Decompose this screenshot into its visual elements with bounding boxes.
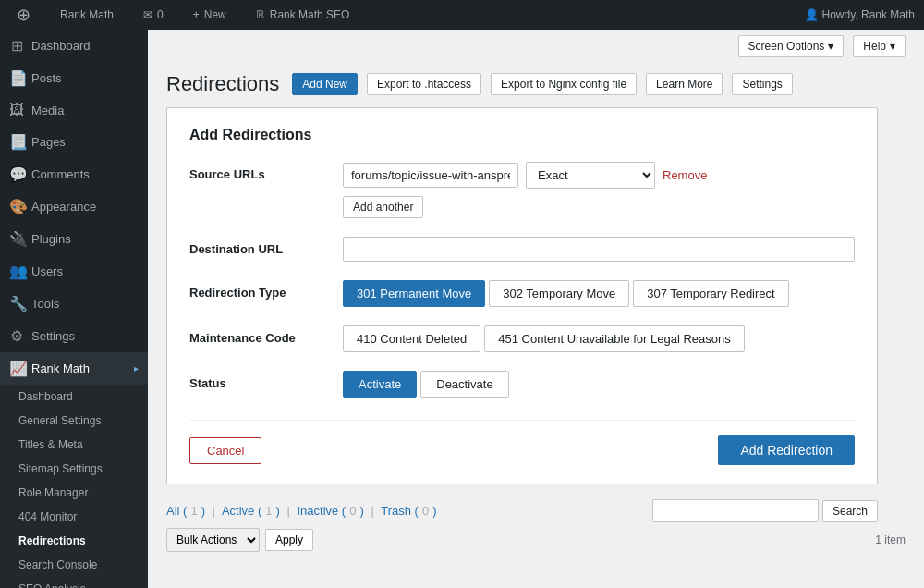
sidebar-item-comments[interactable]: 💬 Comments — [0, 158, 148, 190]
tools-icon: 🔧 — [9, 295, 24, 312]
adminbar-rankmathseo[interactable]: ℝ Rank Math SEO — [249, 0, 358, 30]
destination-url-row: Destination URL — [189, 237, 855, 262]
rankmenu-item-dashboard[interactable]: Dashboard — [0, 385, 148, 409]
rankmenu: Dashboard General Settings Titles & Meta… — [0, 385, 148, 588]
bulk-actions-row: Bulk Actions Apply 1 item — [166, 528, 906, 552]
screen-options-bar: Screen Options ▾ Help ▾ — [148, 30, 924, 63]
add-redirection-button[interactable]: Add Redirection — [718, 435, 855, 465]
adminbar-howdy: 👤 Howdy, Rank Math — [805, 8, 915, 21]
search-input[interactable] — [652, 499, 819, 522]
destination-url-input[interactable] — [343, 237, 855, 262]
adminbar-wp-logo[interactable] — [9, 0, 38, 30]
status-field: Activate Deactivate — [343, 371, 855, 398]
filter-row: All (1) | Active (1) | Inactive (0) | Tr… — [166, 499, 878, 522]
filter-active[interactable]: Active (1) — [222, 504, 280, 518]
chevron-icon: ▸ — [134, 363, 139, 374]
sidebar-item-settings[interactable]: ⚙ Settings — [0, 320, 148, 352]
appearance-icon: 🎨 — [9, 198, 24, 215]
search-button[interactable]: Search — [822, 500, 878, 522]
btn-451[interactable]: 451 Content Unavailable for Legal Reason… — [484, 325, 745, 352]
form-title: Add Redirections — [189, 127, 855, 143]
filter-links: All (1) | Active (1) | Inactive (0) | Tr… — [166, 504, 436, 518]
sidebar-item-appearance[interactable]: 🎨 Appearance — [0, 190, 148, 223]
rankmenu-item-sitemap[interactable]: Sitemap Settings — [0, 457, 148, 481]
sidebar-item-posts[interactable]: 📄 Posts — [0, 62, 148, 94]
items-count: 1 item — [875, 533, 906, 546]
cancel-button[interactable]: Cancel — [189, 437, 261, 464]
plugins-icon: 🔌 — [9, 230, 24, 248]
rankmenu-item-titles[interactable]: Titles & Meta — [0, 433, 148, 457]
screen-options-button[interactable]: Screen Options ▾ — [738, 35, 845, 57]
btn-307[interactable]: 307 Temporary Redirect — [633, 280, 789, 307]
rankmenu-item-general[interactable]: General Settings — [0, 409, 148, 433]
comments-count: 0 — [157, 8, 164, 21]
adminbar-comments[interactable]: ✉ 0 — [136, 0, 171, 30]
sidebar-item-label: Users — [31, 264, 63, 278]
source-url-type-select[interactable]: Exact Prefix Regex Contains — [526, 162, 655, 189]
bulk-actions-select[interactable]: Bulk Actions — [166, 528, 260, 552]
btn-302[interactable]: 302 Temporary Move — [489, 280, 629, 307]
destination-url-label: Destination URL — [189, 237, 328, 256]
users-icon: 👥 — [9, 263, 24, 280]
sidebar-item-label: Settings — [31, 329, 75, 343]
sidebar-item-dashboard[interactable]: ⊞ Dashboard — [0, 30, 148, 62]
add-redirections-form: Add Redirections Source URLs Exact Prefi… — [166, 107, 878, 484]
adminbar-new[interactable]: + New — [186, 0, 234, 30]
export-nginx-button[interactable]: Export to Nginx config file — [491, 73, 637, 95]
status-group: Activate Deactivate — [343, 371, 855, 398]
rankmenu-item-search-console[interactable]: Search Console — [0, 553, 148, 577]
rankmathseo-icon: ℝ — [256, 8, 265, 21]
media-icon: 🖼 — [9, 102, 24, 118]
sidebar-item-pages[interactable]: 📃 Pages — [0, 126, 148, 158]
page-wrap: Redirections Add New Export to .htaccess… — [148, 63, 924, 570]
sidebar-item-plugins[interactable]: 🔌 Plugins — [0, 223, 148, 255]
rankmenu-item-seo-analysis[interactable]: SEO Analysis — [0, 577, 148, 588]
remove-link[interactable]: Remove — [663, 168, 707, 182]
sidebar-item-media[interactable]: 🖼 Media — [0, 94, 148, 126]
maintenance-code-group: 410 Content Deleted 451 Content Unavaila… — [343, 325, 855, 352]
redirection-type-group: 301 Permanent Move 302 Temporary Move 30… — [343, 280, 855, 307]
form-actions: Cancel Add Redirection — [189, 420, 855, 465]
help-label: Help — [863, 40, 886, 53]
settings-button[interactable]: Settings — [732, 73, 792, 95]
bulk-apply-button[interactable]: Apply — [265, 529, 313, 551]
screen-options-label: Screen Options — [748, 40, 825, 53]
rank-math-icon: 📈 — [9, 360, 24, 377]
page-title: Redirections — [166, 72, 279, 96]
rankmenu-item-role[interactable]: Role Manager — [0, 481, 148, 505]
rankmenu-item-404[interactable]: 404 Monitor — [0, 505, 148, 529]
search-box: Search — [652, 499, 878, 522]
btn-301[interactable]: 301 Permanent Move — [343, 280, 485, 307]
adminbar-site-label: Rank Math — [60, 8, 114, 21]
sidebar-item-rank-math[interactable]: 📈 Rank Math ▸ — [0, 352, 148, 385]
comments-sidebar-icon: 💬 — [9, 165, 24, 183]
add-another-button[interactable]: Add another — [343, 196, 423, 218]
btn-activate[interactable]: Activate — [343, 371, 417, 398]
filter-inactive[interactable]: Inactive (0) — [297, 504, 363, 518]
adminbar-site-name[interactable]: Rank Math — [53, 0, 121, 30]
admin-bar: Rank Math ✉ 0 + New ℝ Rank Math SEO 👤 Ho… — [0, 0, 924, 30]
filter-all[interactable]: All (1) — [166, 504, 205, 518]
export-htaccess-button[interactable]: Export to .htaccess — [367, 73, 481, 95]
sidebar-item-label: Posts — [31, 71, 62, 85]
sidebar-item-label: Appearance — [31, 200, 96, 214]
sidebar-item-tools[interactable]: 🔧 Tools — [0, 288, 148, 320]
source-url-input[interactable] — [343, 163, 518, 188]
learn-more-button[interactable]: Learn More — [646, 73, 723, 95]
filter-trash[interactable]: Trash (0) — [381, 504, 436, 518]
source-url-input-row: Exact Prefix Regex Contains Remove — [343, 162, 855, 189]
btn-410[interactable]: 410 Content Deleted — [343, 325, 480, 352]
rankmenu-item-redirections[interactable]: Redirections — [0, 529, 148, 553]
wp-icon — [17, 5, 30, 25]
redirection-type-field: 301 Permanent Move 302 Temporary Move 30… — [343, 280, 855, 307]
help-button[interactable]: Help ▾ — [853, 35, 906, 57]
sidebar-item-users[interactable]: 👥 Users — [0, 255, 148, 288]
btn-deactivate[interactable]: Deactivate — [420, 371, 508, 398]
add-new-button[interactable]: Add New — [292, 73, 358, 95]
comments-icon: ✉ — [143, 8, 152, 21]
settings-icon: ⚙ — [9, 327, 24, 345]
new-icon: + — [193, 8, 200, 21]
page-title-row: Redirections Add New Export to .htaccess… — [166, 72, 906, 96]
source-urls-row: Source URLs Exact Prefix Regex Contains … — [189, 162, 855, 218]
destination-url-field — [343, 237, 855, 262]
